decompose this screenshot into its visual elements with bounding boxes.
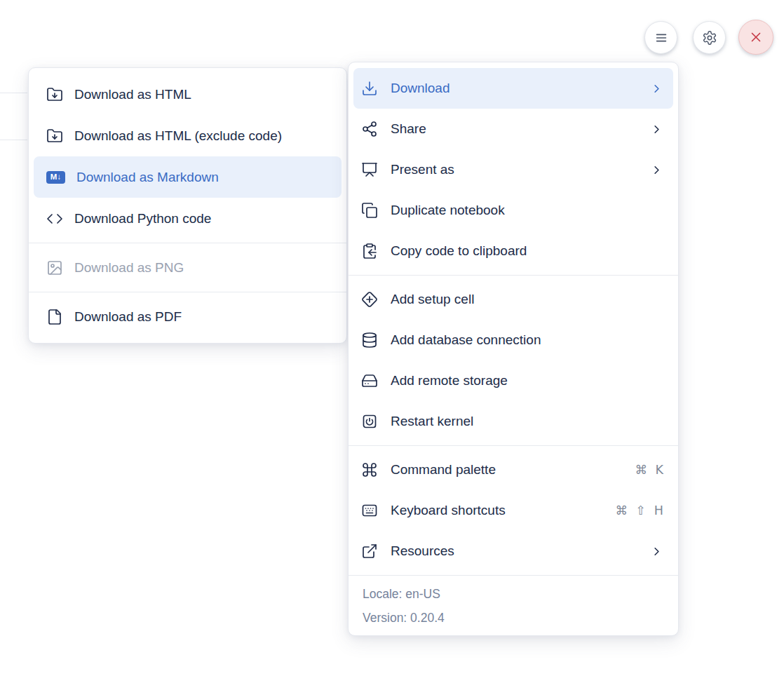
notebook-page: Download as HTMLDownload as HTML (exclud… [0, 0, 784, 690]
menu-item-label: Copy code to clipboard [391, 243, 663, 259]
close-icon [748, 29, 764, 45]
database-icon [361, 332, 378, 349]
square-power-icon [361, 413, 378, 430]
shortcut-hint: ⌘ K [635, 463, 663, 477]
share-icon [361, 121, 378, 137]
code-icon [46, 210, 63, 227]
menu-separator [349, 445, 678, 446]
menu-item-add-setup-cell[interactable]: Add setup cell [353, 279, 673, 320]
menu-item-download-as-html-exclude-code[interactable]: Download as HTML (exclude code) [34, 115, 342, 156]
menu-item-copy-code-to-clipboard[interactable]: Copy code to clipboard [353, 231, 673, 271]
menu-item-download[interactable]: Download [353, 68, 673, 109]
menu-item-duplicate-notebook[interactable]: Duplicate notebook [353, 190, 673, 231]
version-text: Version: 0.20.4 [349, 606, 678, 630]
menu-item-keyboard-shortcuts[interactable]: Keyboard shortcuts⌘ ⇧ H [353, 490, 673, 531]
menu-item-download-as-pdf[interactable]: Download as PDF [34, 296, 342, 337]
menu-item-label: Add remote storage [391, 373, 663, 388]
hard-drive-icon [361, 372, 378, 389]
menu-separator [29, 243, 346, 243]
menu-item-resources[interactable]: Resources [353, 531, 673, 571]
menu-item-label: Download as Markdown [76, 170, 330, 185]
settings-button[interactable] [693, 21, 726, 54]
folder-down-icon [46, 128, 63, 144]
command-icon [361, 461, 378, 478]
menu-item-label: Present as [391, 162, 637, 177]
menu-separator [349, 575, 678, 576]
menu-item-download-python-code[interactable]: Download Python code [34, 198, 342, 239]
menu-item-label: Download as HTML (exclude code) [74, 128, 330, 144]
menu-item-restart-kernel[interactable]: Restart kernel [353, 401, 673, 442]
menu-item-label: Add database connection [391, 332, 663, 348]
chevron-right-icon [650, 545, 663, 558]
presentation-icon [361, 161, 378, 178]
menu-item-label: Download as PNG [74, 260, 330, 276]
notebook-actions-menu: DownloadSharePresent asDuplicate noteboo… [348, 62, 679, 636]
diamond-plus-icon [361, 291, 378, 308]
folder-down-icon [46, 86, 63, 103]
markdown-badge-icon: M↓ [46, 169, 65, 186]
external-link-icon [361, 543, 378, 560]
menu-item-label: Download [391, 81, 637, 96]
menu-item-add-database-connection[interactable]: Add database connection [353, 320, 673, 360]
menu-item-label: Resources [391, 543, 637, 559]
menu-item-label: Restart kernel [391, 414, 663, 429]
page-rule [0, 140, 27, 140]
menu-separator [349, 275, 678, 276]
menu-item-label: Share [391, 121, 637, 137]
gear-icon [702, 30, 717, 46]
chevron-right-icon [650, 82, 663, 95]
menu-separator [29, 292, 346, 292]
menu-item-label: Download Python code [74, 211, 330, 226]
download-icon [361, 80, 378, 97]
menu-item-download-as-markdown[interactable]: M↓Download as Markdown [34, 156, 342, 198]
menu-item-label: Duplicate notebook [391, 203, 663, 218]
menu-item-command-palette[interactable]: Command palette⌘ K [353, 449, 673, 490]
menu-item-label: Keyboard shortcuts [391, 503, 603, 518]
file-icon [46, 309, 63, 325]
menu-item-label: Add setup cell [391, 292, 663, 307]
notebook-menu-button[interactable] [644, 21, 677, 54]
menu-item-share[interactable]: Share [353, 109, 673, 149]
chevron-right-icon [650, 163, 663, 177]
menu-item-add-remote-storage[interactable]: Add remote storage [353, 360, 673, 401]
chevron-right-icon [650, 123, 663, 136]
menu-item-label: Command palette [391, 462, 622, 478]
clipboard-copy-icon [361, 243, 378, 259]
menu-item-label: Download as PDF [74, 309, 330, 325]
menu-item-label: Download as HTML [74, 87, 330, 102]
shortcut-hint: ⌘ ⇧ H [616, 503, 663, 518]
download-submenu: Download as HTMLDownload as HTML (exclud… [28, 67, 347, 344]
copy-icon [361, 202, 378, 219]
page-rule [0, 93, 27, 93]
keyboard-icon [361, 502, 378, 519]
shutdown-button[interactable] [738, 20, 773, 55]
locale-text: Locale: en-US [349, 582, 678, 606]
menu-item-present-as[interactable]: Present as [353, 149, 673, 190]
hamburger-icon [654, 30, 669, 46]
image-icon [46, 259, 63, 276]
menu-item-download-as-html[interactable]: Download as HTML [34, 74, 342, 115]
menu-item-download-as-png: Download as PNG [34, 247, 342, 288]
menu-footer: Locale: en-US Version: 0.20.4 [349, 579, 678, 630]
markdown-badge-glyph: M↓ [46, 171, 65, 184]
